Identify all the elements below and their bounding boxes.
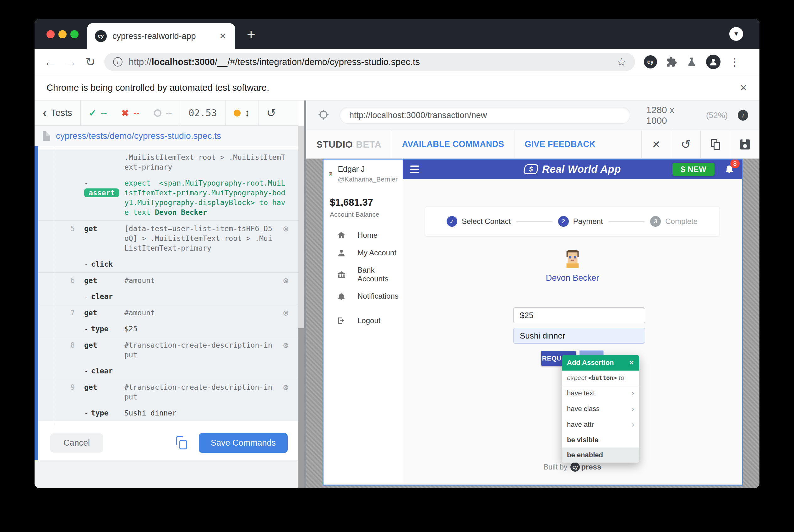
studio-copy-button[interactable] <box>700 130 730 158</box>
home-icon <box>337 230 346 240</box>
new-tab-button[interactable]: + <box>247 26 256 43</box>
person-icon <box>337 248 346 258</box>
copy-commands-icon[interactable] <box>176 436 187 450</box>
viewport-info-icon[interactable]: i <box>738 110 748 120</box>
restart-icon: ↺ <box>267 107 276 120</box>
command-row[interactable]: 6 get #amount ⊗ <box>38 272 298 289</box>
spec-file-bar[interactable]: cypress/tests/demo/cypress-studio.spec.t… <box>35 126 298 146</box>
browser-menu-icon[interactable]: ⋮ <box>729 56 740 68</box>
assertion-item-have-attr[interactable]: have attr › <box>562 417 639 433</box>
command-row[interactable]: -clear <box>38 363 298 379</box>
back-icon[interactable]: ← <box>44 56 56 68</box>
remove-command-icon[interactable]: ⊗ <box>279 308 293 318</box>
cancel-button[interactable]: Cancel <box>50 433 103 453</box>
reporter-scrollbar[interactable] <box>298 126 304 488</box>
cypress-extension-icon[interactable]: cy <box>644 55 657 69</box>
sidebar-item-bank-accounts[interactable]: Bank Accounts <box>323 262 403 287</box>
reload-icon[interactable]: ↻ <box>86 56 95 68</box>
panel-divider[interactable] <box>304 100 306 488</box>
user-avatar <box>328 165 333 183</box>
command-row[interactable]: 9 get #transaction-create-description-in… <box>38 379 298 405</box>
tab-close-icon[interactable]: ✕ <box>218 30 227 42</box>
remove-command-icon[interactable]: ⊗ <box>279 382 293 392</box>
back-to-tests-button[interactable]: ‹ Tests <box>35 100 81 125</box>
maximize-window-button[interactable] <box>70 30 78 38</box>
chevron-right-icon: › <box>631 420 634 429</box>
give-feedback-link[interactable]: GIVE FEEDBACK <box>514 130 606 158</box>
file-icon <box>43 131 50 141</box>
aut-iframe: Edgar J @Katharina_Bernier $1,681.37 Acc… <box>323 158 743 486</box>
command-row[interactable]: -click <box>38 256 298 272</box>
studio-close-button[interactable]: ✕ <box>641 130 671 158</box>
amount-input[interactable] <box>513 307 645 323</box>
aut-toolbar: http://localhost:3000/transaction/new 12… <box>306 100 759 130</box>
selector-playground-icon[interactable] <box>318 109 329 122</box>
logout-icon <box>337 316 346 325</box>
remove-command-icon[interactable]: ⊗ <box>279 276 293 285</box>
assertion-item-be-visible[interactable]: be visible <box>562 433 639 448</box>
restart-tests-button[interactable]: ↺ <box>259 100 284 125</box>
command-row[interactable]: -type $25 <box>38 321 298 337</box>
extensions-puzzle-icon[interactable] <box>666 56 677 68</box>
minimize-window-button[interactable] <box>58 30 67 38</box>
sidebar-item-notifications[interactable]: Notifications <box>323 287 403 305</box>
command-row[interactable]: 8 get #transaction-create-description-in… <box>38 337 298 363</box>
assertion-item-be-enabled[interactable]: be enabled <box>562 448 639 462</box>
sidebar-item-logout[interactable]: Logout <box>323 312 403 329</box>
command-row[interactable]: 5 get [data-test=user-list-item-tsHF6_D5… <box>38 221 298 256</box>
dash: - <box>84 179 89 187</box>
built-by-text: Built by <box>544 463 567 471</box>
remove-command-icon[interactable]: ⊗ <box>279 340 293 350</box>
flask-extension-icon[interactable] <box>686 56 697 68</box>
menu-hamburger-icon[interactable] <box>410 166 419 173</box>
tests-label: Tests <box>51 108 72 118</box>
payment-stepper: ✓ Select Contact 2 Payment 3 C <box>425 207 719 236</box>
studio-title: STUDIO BETA <box>306 130 392 158</box>
auto-scroll-control[interactable]: ↕ <box>226 100 259 125</box>
url-scheme: http:// <box>129 57 152 67</box>
command-row[interactable]: -clear <box>38 289 298 305</box>
sidebar-item-home[interactable]: Home <box>323 226 403 244</box>
aut-viewport: Edgar J @Katharina_Bernier $1,681.37 Acc… <box>306 158 759 488</box>
close-window-button[interactable] <box>46 30 55 38</box>
save-commands-button[interactable]: Save Commands <box>199 433 288 453</box>
assertion-item-have-text[interactable]: have text › <box>562 385 639 401</box>
remove-command-icon[interactable]: ⊗ <box>279 224 293 234</box>
sidebar-item-my-account[interactable]: My Account <box>323 244 403 262</box>
notice-close-icon[interactable]: ✕ <box>740 82 748 93</box>
studio-save-button[interactable] <box>730 130 759 158</box>
cypress-favicon-icon: cy <box>95 30 107 42</box>
pending-circle-icon <box>154 109 162 117</box>
spec-file-path[interactable]: cypress/tests/demo/cypress-studio.spec.t… <box>56 131 221 141</box>
selected-contact: Devon Becker <box>403 249 742 283</box>
viewport-zoom: (52%) <box>706 111 728 120</box>
viewport-size: 1280 x 1000 <box>646 104 696 126</box>
titlebar-dropdown-icon[interactable]: ▼ <box>729 27 743 41</box>
assertion-item-have-class[interactable]: have class › <box>562 401 639 417</box>
address-bar[interactable]: i http://localhost:3000/__/#/tests/integ… <box>104 53 635 71</box>
command-row[interactable]: 7 get #amount ⊗ <box>38 305 298 321</box>
step-select-contact: ✓ Select Contact <box>447 216 511 227</box>
profile-avatar-icon[interactable] <box>706 55 720 69</box>
notifications-bell[interactable]: 8 <box>724 163 735 175</box>
bookmark-star-icon[interactable]: ☆ <box>617 56 626 68</box>
command-row-assert[interactable]: -assert expect <span.MuiTypography-root.… <box>38 175 298 221</box>
new-transaction-button[interactable]: $ NEW <box>673 163 715 176</box>
step-payment: 2 Payment <box>558 216 603 227</box>
contact-name-link[interactable]: Devon Becker <box>403 273 742 283</box>
scrollbar-thumb[interactable] <box>298 328 304 488</box>
assertion-close-icon[interactable]: ✕ <box>629 359 634 366</box>
description-input[interactable] <box>513 328 645 344</box>
browser-tab[interactable]: cy cypress-realworld-app ✕ <box>87 23 235 49</box>
app-sidebar: Edgar J @Katharina_Bernier $1,681.37 Acc… <box>323 159 403 484</box>
automation-notice-bar: Chrome is being controlled by automated … <box>35 75 759 100</box>
user-handle: @Katharina_Bernier <box>338 175 398 183</box>
step-complete: 3 Complete <box>650 216 698 227</box>
aut-url-bar[interactable]: http://localhost:3000/transaction/new <box>340 107 630 124</box>
studio-restart-button[interactable]: ↺ <box>671 130 700 158</box>
command-row[interactable]: -type Sushi dinner <box>38 405 298 421</box>
browser-titlebar: cy cypress-realworld-app ✕ + ▼ <box>35 19 759 49</box>
available-commands-link[interactable]: AVAILABLE COMMANDS <box>392 130 514 158</box>
page-info-icon[interactable]: i <box>113 57 122 66</box>
command-row[interactable]: .MuiListItemText-root > .MuiListItemText… <box>38 150 298 175</box>
